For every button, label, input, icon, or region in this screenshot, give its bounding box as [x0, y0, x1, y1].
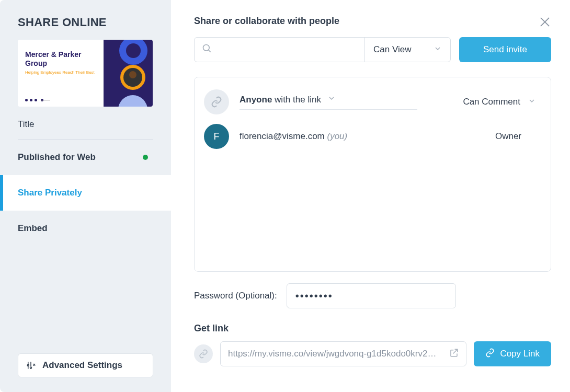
advanced-settings-icon	[26, 361, 36, 370]
owner-you-label: (you)	[327, 131, 347, 141]
invite-permission-select[interactable]: Can View	[365, 38, 450, 62]
anyone-with-link-select[interactable]: Anyone with the link	[240, 94, 417, 110]
project-thumbnail: Mercer & Parker Group Helping Employees …	[18, 40, 153, 107]
invite-search-input[interactable]	[218, 45, 357, 54]
owner-email: florencia@visme.com	[240, 131, 325, 141]
send-invite-button[interactable]: Send invite	[459, 37, 551, 62]
copy-link-button[interactable]: Copy Link	[474, 341, 551, 366]
anyone-permission-value: Can Comment	[463, 97, 520, 107]
thumbnail-brand-line1: Mercer & Parker	[25, 50, 96, 59]
link-icon	[194, 344, 213, 363]
anyone-permission-select[interactable]: Can Comment	[463, 97, 536, 108]
password-input[interactable]	[287, 283, 456, 308]
owner-role: Owner	[495, 131, 536, 142]
advanced-settings-label: Advanced Settings	[42, 360, 122, 371]
sidebar-title: SHARE ONLINE	[18, 16, 153, 29]
share-main-panel: Share or collaborate with people Can Vie…	[171, 0, 570, 392]
password-label: Password (Optional):	[194, 291, 277, 301]
invite-input-group: Can View	[194, 37, 451, 62]
nav-share-privately[interactable]: Share Privately	[0, 175, 171, 211]
advanced-settings-button[interactable]: Advanced Settings	[18, 353, 153, 377]
published-status-dot	[143, 155, 148, 160]
nav-item-label: Published for Web	[18, 152, 96, 163]
close-button[interactable]	[538, 15, 552, 29]
owner-avatar: F	[204, 124, 229, 149]
anyone-rest: with the link	[275, 95, 321, 105]
share-sidebar: SHARE ONLINE Mercer & Parker Group Helpi…	[0, 0, 171, 392]
anyone-bold: Anyone	[240, 95, 272, 105]
svg-point-2	[203, 45, 210, 51]
nav-published-for-web[interactable]: Published for Web	[0, 140, 171, 175]
thumbnail-tagline: Helping Employees Reach Their Best	[25, 70, 96, 75]
open-external-icon[interactable]	[449, 348, 459, 360]
chevron-down-icon	[327, 94, 336, 105]
copy-link-label: Copy Link	[500, 349, 540, 359]
link-icon	[204, 89, 229, 114]
sidebar-header: SHARE ONLINE	[0, 16, 171, 40]
nav-embed[interactable]: Embed	[0, 211, 171, 246]
link-icon	[485, 348, 495, 360]
chevron-down-icon	[434, 44, 442, 55]
chevron-down-icon	[528, 97, 536, 108]
nav-item-label: Share Privately	[18, 188, 82, 198]
get-link-heading: Get link	[194, 323, 551, 334]
thumbnail-dots: ———	[25, 99, 96, 101]
title-field-label[interactable]: Title	[18, 116, 153, 130]
share-link-field	[220, 341, 466, 366]
nav-item-label: Embed	[18, 223, 48, 234]
search-icon	[202, 43, 212, 56]
invite-permission-value: Can View	[373, 44, 411, 55]
svg-point-0	[27, 365, 29, 366]
collaborators-box: Anyone with the link Can Comment F flore…	[194, 77, 551, 272]
anyone-with-link-row: Anyone with the link Can Comment	[204, 87, 536, 117]
share-link-input[interactable]	[228, 349, 443, 359]
svg-point-1	[30, 367, 32, 368]
collaborator-row-owner: F florencia@visme.com (you) Owner	[204, 121, 536, 152]
thumbnail-brand-line2: Group	[25, 59, 96, 68]
share-heading: Share or collaborate with people	[194, 16, 551, 27]
